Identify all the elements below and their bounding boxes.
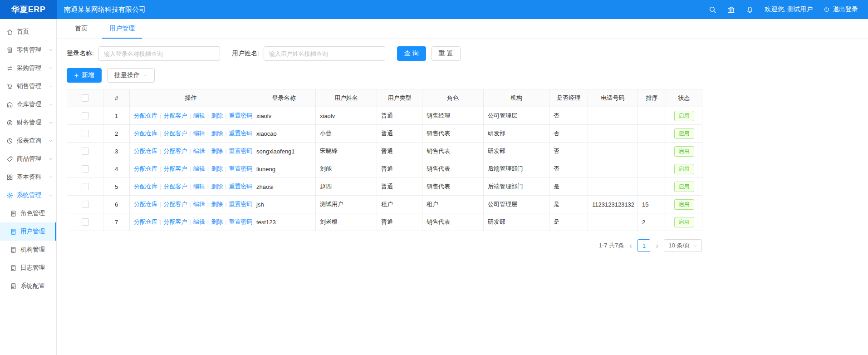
org-cell: 研发部 xyxy=(484,213,549,231)
row-actions: 分配仓库|分配客户|编辑|删除|重置密码 xyxy=(130,125,252,143)
edit-link[interactable]: 编辑 xyxy=(193,148,205,154)
user-name-cell: xiaolv xyxy=(316,107,377,125)
delete-link[interactable]: 删除 xyxy=(211,183,223,190)
phone-cell xyxy=(588,107,638,125)
sidebar-item[interactable]: 销售管理 xyxy=(0,77,56,95)
tab-user-management[interactable]: 用户管理 xyxy=(102,19,142,39)
assign-customer-link[interactable]: 分配客户 xyxy=(163,165,187,172)
edit-link[interactable]: 编辑 xyxy=(193,165,205,172)
sidebar-item[interactable]: 采购管理 xyxy=(0,59,56,77)
phone-cell xyxy=(588,178,638,196)
sort-cell xyxy=(638,178,666,196)
assign-customer-link[interactable]: 分配客户 xyxy=(163,112,187,119)
row-checkbox[interactable] xyxy=(82,165,89,173)
assign-customer-link[interactable]: 分配客户 xyxy=(163,183,187,190)
sidebar-subitem[interactable]: 机构管理 xyxy=(0,241,56,259)
assign-customer-link[interactable]: 分配客户 xyxy=(163,218,187,225)
action-separator: | xyxy=(189,201,191,207)
phone-cell xyxy=(588,125,638,143)
edit-link[interactable]: 编辑 xyxy=(193,218,205,225)
user-name-input[interactable] xyxy=(264,46,385,61)
status-badge: 启用 xyxy=(674,182,694,192)
doc-icon xyxy=(10,283,17,290)
delete-link[interactable]: 删除 xyxy=(211,148,223,154)
action-separator: | xyxy=(189,183,191,190)
row-checkbox[interactable] xyxy=(82,130,89,137)
delete-link[interactable]: 删除 xyxy=(211,201,223,207)
user-name-cell: 赵四 xyxy=(316,178,377,196)
delete-link[interactable]: 删除 xyxy=(211,112,223,119)
assign-warehouse-link[interactable]: 分配仓库 xyxy=(134,165,157,172)
assign-customer-link[interactable]: 分配客户 xyxy=(163,148,187,154)
action-separator: | xyxy=(225,218,226,225)
edit-link[interactable]: 编辑 xyxy=(193,130,205,137)
row-checkbox[interactable] xyxy=(82,201,89,208)
bank-icon[interactable] xyxy=(727,6,735,14)
sidebar-item[interactable]: 系统管理 xyxy=(0,186,56,204)
user-name-cell: 测试用户 xyxy=(316,196,377,213)
row-checkbox[interactable] xyxy=(82,148,89,155)
warehouse-icon xyxy=(6,101,13,108)
login-name-input[interactable] xyxy=(98,46,220,61)
chevron-down-icon xyxy=(49,66,53,70)
edit-link[interactable]: 编辑 xyxy=(193,183,205,190)
search-button[interactable]: 查 询 xyxy=(397,46,426,61)
manager-cell: 否 xyxy=(549,107,588,125)
manager-cell: 是 xyxy=(549,178,588,196)
assign-warehouse-link[interactable]: 分配仓库 xyxy=(134,218,157,225)
reset-password-link[interactable]: 重置密码 xyxy=(229,165,252,172)
reset-password-link[interactable]: 重置密码 xyxy=(229,148,252,154)
sidebar-subitem[interactable]: 用户管理 xyxy=(0,222,56,241)
sidebar-item[interactable]: 财务管理 xyxy=(0,113,56,132)
reset-password-link[interactable]: 重置密码 xyxy=(229,218,252,225)
sidebar-subitem[interactable]: 角色管理 xyxy=(0,204,56,222)
assign-warehouse-link[interactable]: 分配仓库 xyxy=(134,130,157,137)
edit-link[interactable]: 编辑 xyxy=(193,201,205,207)
reset-password-link[interactable]: 重置密码 xyxy=(229,183,252,190)
sidebar-subitem[interactable]: 系统配置 xyxy=(0,277,56,295)
column-header: 角色 xyxy=(422,89,484,107)
current-page-button[interactable]: 1 xyxy=(638,239,650,252)
select-all-checkbox[interactable] xyxy=(82,94,89,102)
app: 华夏ERP 南通某某网络科技有限公司 欢迎您, 测试用户 退出登录 首页零售管理… xyxy=(0,0,868,355)
assign-customer-link[interactable]: 分配客户 xyxy=(163,130,187,137)
status-badge: 启用 xyxy=(674,199,694,210)
login-name-cell: zhaosi xyxy=(252,178,316,196)
assign-warehouse-link[interactable]: 分配仓库 xyxy=(134,112,157,119)
report-icon xyxy=(6,138,13,144)
logout-button[interactable]: 退出登录 xyxy=(824,5,858,14)
sidebar-subitem[interactable]: 日志管理 xyxy=(0,259,56,277)
row-index: 7 xyxy=(103,213,130,231)
sidebar-item[interactable]: 仓库管理 xyxy=(0,95,56,113)
prev-page-button[interactable]: ‹ xyxy=(628,242,633,250)
tab-home[interactable]: 首页 xyxy=(68,19,95,39)
reset-password-link[interactable]: 重置密码 xyxy=(229,201,252,207)
row-checkbox[interactable] xyxy=(82,218,89,226)
sidebar-item-label: 采购管理 xyxy=(17,64,41,72)
delete-link[interactable]: 删除 xyxy=(211,165,223,172)
assign-warehouse-link[interactable]: 分配仓库 xyxy=(134,183,157,190)
delete-link[interactable]: 删除 xyxy=(211,218,223,225)
page-size-select[interactable]: 10 条/页 xyxy=(664,239,702,252)
assign-warehouse-link[interactable]: 分配仓库 xyxy=(134,148,157,154)
row-checkbox[interactable] xyxy=(82,183,89,190)
search-icon[interactable] xyxy=(709,6,716,14)
sidebar-item[interactable]: 商品管理 xyxy=(0,150,56,168)
edit-link[interactable]: 编辑 xyxy=(193,112,205,119)
reset-password-link[interactable]: 重置密码 xyxy=(229,112,252,119)
sidebar-item-label: 基本资料 xyxy=(17,173,41,181)
delete-link[interactable]: 删除 xyxy=(211,130,223,137)
sidebar-item[interactable]: 基本资料 xyxy=(0,168,56,186)
bell-icon[interactable] xyxy=(746,6,754,14)
sidebar-item[interactable]: 零售管理 xyxy=(0,41,56,59)
batch-operations-button[interactable]: 批量操作 xyxy=(107,68,155,83)
sidebar-item[interactable]: 首页 xyxy=(0,23,56,41)
row-checkbox[interactable] xyxy=(82,112,89,119)
reset-password-link[interactable]: 重置密码 xyxy=(229,130,252,137)
sidebar-item[interactable]: 报表查询 xyxy=(0,132,56,150)
assign-warehouse-link[interactable]: 分配仓库 xyxy=(134,201,157,207)
assign-customer-link[interactable]: 分配客户 xyxy=(163,201,187,207)
next-page-button[interactable]: › xyxy=(655,242,659,250)
reset-button[interactable]: 重 置 xyxy=(432,46,461,61)
add-button[interactable]: 新增 xyxy=(67,68,102,83)
